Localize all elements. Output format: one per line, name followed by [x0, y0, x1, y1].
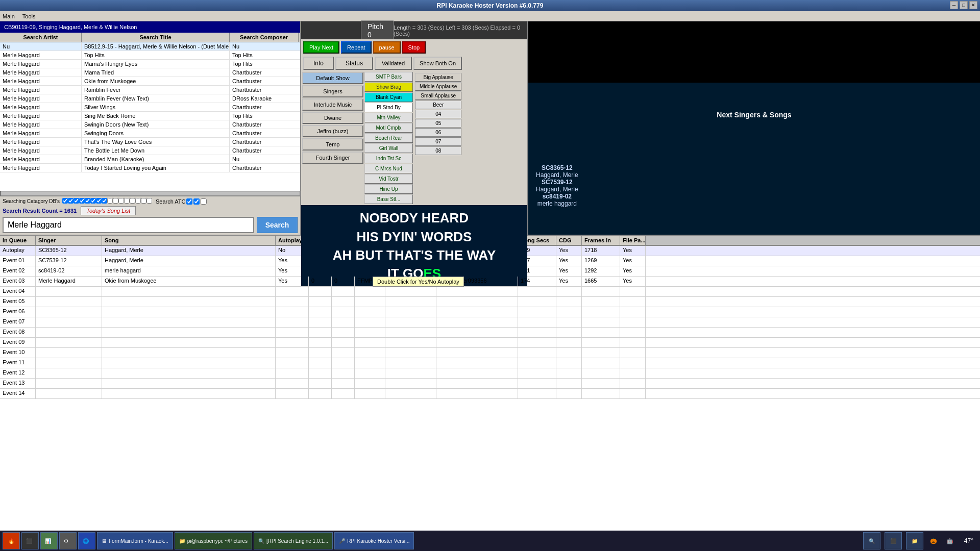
queue-row[interactable]: Event 10	[0, 348, 980, 358]
info-btn[interactable]: Info	[303, 57, 334, 70]
song-row[interactable]: Nu B8512.9-15 - Haggard, Merle & Willie …	[0, 42, 300, 51]
queue-row[interactable]: Event 06	[0, 307, 980, 317]
window-controls: ─ □ ✕	[950, 1, 977, 9]
default-show-btn[interactable]: Default Show	[302, 72, 363, 84]
repeat-btn[interactable]: Repeat	[341, 41, 371, 54]
taskbar-form-main[interactable]: 🖥 FormMain.form - Karaok...	[97, 532, 173, 549]
singers-btn[interactable]: Singers	[302, 85, 363, 97]
queue-row[interactable]: Event 11	[0, 358, 980, 368]
num08-btn[interactable]: 08	[415, 146, 461, 155]
song-row[interactable]: Merle Haggard Silver Wings Chartbuster	[0, 103, 300, 112]
queue-cell	[332, 379, 355, 388]
song-row[interactable]: Merle Haggard Sing Me Back Home Top Hits	[0, 112, 300, 120]
fourth-singer-btn[interactable]: Fourth Singer	[302, 152, 363, 164]
taskbar-folder-icon[interactable]: 📁	[906, 532, 923, 549]
queue-cell: Autoplay	[0, 246, 36, 256]
queue-row[interactable]: Event 04	[0, 287, 980, 297]
num06-btn[interactable]: 06	[415, 128, 461, 137]
stop-btn[interactable]: Stop	[402, 41, 426, 54]
indn-tst-sc-btn[interactable]: Indn Tst Sc	[364, 154, 413, 163]
temp-btn[interactable]: Temp	[302, 138, 363, 151]
minimize-btn[interactable]: ─	[950, 1, 958, 9]
top-section: CB90119-09, Singing Haggard, Merle & Wil…	[0, 21, 980, 236]
close-btn[interactable]: ✕	[969, 1, 977, 9]
blank-cyan-btn[interactable]: Blank Cyan	[364, 92, 413, 102]
num04-btn[interactable]: 04	[415, 110, 461, 118]
show-both-btn[interactable]: Show Both On	[413, 57, 462, 70]
show-brag-btn[interactable]: Show Brag	[364, 82, 413, 92]
taskbar-terminal[interactable]: ⬛	[21, 532, 39, 549]
smtp-bars-btn[interactable]: SMTP Bars	[364, 72, 413, 82]
search-button[interactable]: Search	[257, 217, 298, 233]
beer-btn[interactable]: Beer	[415, 101, 461, 109]
song-row[interactable]: Merle Haggard Mama's Hungry Eyes Top Hit…	[0, 60, 300, 68]
song-row[interactable]: Merle Haggard The Bottle Let Me Down Cha…	[0, 146, 300, 155]
song-row[interactable]: Merle Haggard Ramblin Fever (New Text) D…	[0, 94, 300, 103]
karaoke-display: NOBODY HEARD HIS DYIN' WORDS AH BUT THAT…	[301, 205, 527, 287]
song-row[interactable]: Merle Haggard Mama Tried Chartbuster	[0, 68, 300, 77]
song-artist: Merle Haggard	[0, 146, 82, 155]
taskbar-rpi-search[interactable]: 🔍 [RPI Search Engine 1.0.1...	[254, 532, 333, 549]
song-row[interactable]: Merle Haggard Top Hits Top Hits	[0, 51, 300, 60]
taskbar-window-icon[interactable]: ⬛	[885, 532, 902, 549]
taskbar-gear[interactable]: ⚙	[59, 532, 77, 549]
queue-row[interactable]: Event 08	[0, 328, 980, 338]
middle-applause-btn[interactable]: Middle Applause	[415, 82, 461, 91]
validated-btn[interactable]: Validated	[375, 57, 412, 70]
num05-btn[interactable]: 05	[415, 119, 461, 128]
taskbar-chart[interactable]: 📊	[40, 532, 58, 549]
song-artist: Nu	[0, 42, 82, 51]
search-row: Search	[3, 217, 298, 233]
song-row[interactable]: Merle Haggard Swinging Doors Chartbuster	[0, 129, 300, 138]
song-title: B8512.9-15 - Haggard, Merle & Willie Nel…	[82, 42, 230, 51]
today-list-btn[interactable]: Today's Song List	[81, 206, 136, 215]
queue-row[interactable]: Event 12	[0, 368, 980, 379]
horizontal-scrollbar[interactable]	[0, 191, 300, 196]
big-applause-btn[interactable]: Big Applause	[415, 73, 461, 82]
queue-row[interactable]: Event 13	[0, 379, 980, 389]
atc-cb3[interactable]	[201, 198, 207, 205]
taskbar-karaoke[interactable]: 🎤 RPI Karaoke Hoster Versi...	[334, 532, 414, 549]
atc-cb2[interactable]	[193, 198, 200, 205]
taskbar-globe[interactable]: 🌐	[78, 532, 95, 549]
song-row[interactable]: Merle Haggard Branded Man (Karaoke) Nu	[0, 155, 300, 164]
queue-row[interactable]: Event 14	[0, 389, 980, 399]
girl-wall-btn[interactable]: Girl Wall	[364, 143, 413, 153]
jeffro-btn[interactable]: Jeffro (buzz)	[302, 125, 363, 137]
atc-cb1[interactable]	[186, 198, 192, 205]
c-mrcs-nud-btn[interactable]: C Mrcs Nud	[364, 164, 413, 173]
hine-up-btn[interactable]: Hine Up	[364, 184, 413, 194]
pause-btn[interactable]: pause	[373, 41, 401, 54]
queue-row[interactable]: Event 09	[0, 338, 980, 348]
play-next-btn[interactable]: Play Next	[303, 41, 339, 54]
taskbar-fire[interactable]: 🔥	[3, 532, 20, 549]
song-row[interactable]: Merle Haggard Swingin Doors (New Text) C…	[0, 120, 300, 129]
taskbar-search-icon[interactable]: 🔍	[863, 532, 880, 549]
song-row[interactable]: Merle Haggard That's The Way Love Goes C…	[0, 138, 300, 146]
menu-main[interactable]: Main	[3, 13, 15, 19]
vid-tostr-btn[interactable]: Vid Tostr	[364, 174, 413, 184]
queue-cell	[556, 358, 582, 368]
queue-cell	[436, 368, 518, 378]
queue-cell: Okie from Muskogee	[102, 277, 276, 286]
search-input[interactable]	[3, 217, 254, 233]
menu-tools[interactable]: Tools	[22, 13, 36, 19]
song-row[interactable]: Merle Haggard Today I Started Loving you…	[0, 164, 300, 172]
queue-row[interactable]: Event 03Merle HaggardOkie from MuskogeeY…	[0, 277, 980, 287]
small-applause-btn[interactable]: Small Applause	[415, 91, 461, 100]
mtn-valley-btn[interactable]: Mtn Valley	[364, 113, 413, 122]
dwane-btn[interactable]: Dwane	[302, 112, 363, 124]
more-btn[interactable]: Base Stl...	[364, 194, 413, 204]
motl-cmplx-btn[interactable]: Motl Cmplx	[364, 123, 413, 133]
song-row[interactable]: Merle Haggard Okie from Muskogee Chartbu…	[0, 77, 300, 86]
maximize-btn[interactable]: □	[960, 1, 968, 9]
pl-stnd-by-btn[interactable]: Pl Stnd By	[364, 103, 413, 112]
num07-btn[interactable]: 07	[415, 137, 461, 146]
taskbar-pictures[interactable]: 📁 pi@raspberrypi: ~/Pictures	[175, 532, 252, 549]
song-row[interactable]: Merle Haggard Ramblin Fever Chartbuster	[0, 86, 300, 94]
queue-row[interactable]: Event 05	[0, 297, 980, 307]
queue-row[interactable]: Event 07	[0, 317, 980, 328]
status-btn[interactable]: Status	[335, 57, 373, 70]
beach-rear-btn[interactable]: Beach Rear	[364, 133, 413, 143]
interlude-btn[interactable]: Interlude Music	[302, 98, 363, 111]
